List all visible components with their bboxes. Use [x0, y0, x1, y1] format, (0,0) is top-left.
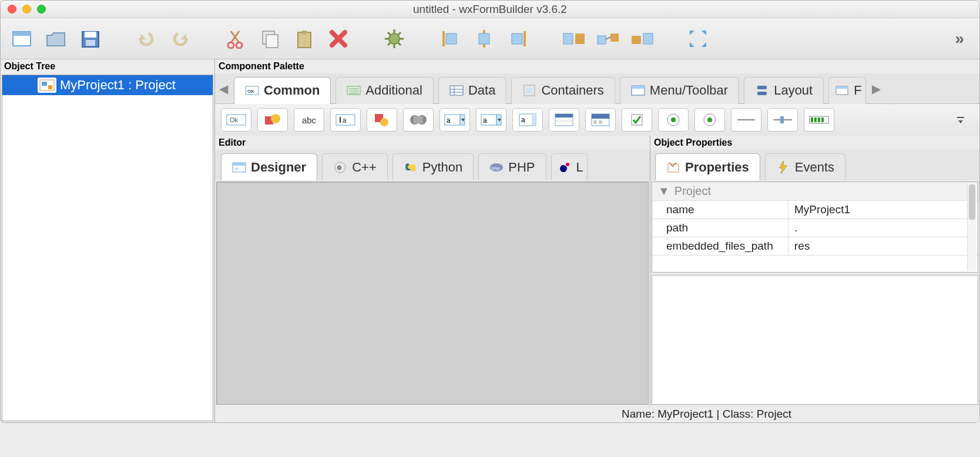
props-tabstrip: Properties Events — [650, 150, 979, 180]
svg-rect-73 — [532, 114, 536, 126]
palette-tab-common[interactable]: OK Common — [234, 77, 331, 104]
tab-label: Python — [422, 160, 463, 175]
palette-item-gauge[interactable] — [804, 108, 834, 132]
generate-code-button[interactable] — [380, 24, 409, 53]
svg-rect-75 — [555, 114, 573, 117]
palette-item-slider[interactable] — [767, 108, 798, 132]
tab-label: Designer — [251, 160, 306, 175]
palette-item-toolbar[interactable] — [585, 108, 616, 132]
palette-tab-containers[interactable]: Containers — [511, 77, 615, 104]
save-button[interactable] — [76, 24, 105, 53]
svg-rect-97 — [234, 167, 239, 170]
svg-line-19 — [388, 43, 390, 45]
new-file-button[interactable] — [8, 24, 37, 53]
palette-item-radiobox[interactable] — [658, 108, 689, 132]
palette-item-bitmap[interactable] — [367, 108, 397, 132]
svg-point-56 — [271, 114, 280, 123]
properties-scrollbar[interactable] — [967, 183, 976, 271]
palette-item-staticline[interactable] — [731, 108, 761, 132]
editor-tab-python[interactable]: Python — [392, 153, 474, 180]
tab-common-icon: OK — [245, 84, 259, 97]
property-value[interactable]: res — [788, 237, 978, 255]
svg-rect-64 — [414, 116, 423, 123]
palette-item-button[interactable]: Ok — [221, 108, 251, 132]
property-value[interactable]: MyProject1 — [788, 201, 978, 219]
svg-rect-26 — [563, 33, 573, 44]
palette-scroll-right[interactable]: ▶ — [868, 73, 885, 104]
python-icon — [404, 161, 418, 174]
svg-rect-29 — [610, 33, 619, 42]
window-minimize-button[interactable] — [22, 5, 31, 14]
tab-forms-icon — [835, 84, 849, 97]
palette-tab-additional[interactable]: Additional — [335, 77, 434, 104]
object-tree[interactable]: MyProject1 : Project — [2, 75, 213, 421]
palette-tab-layout[interactable]: Layout — [744, 77, 824, 104]
svg-rect-4 — [86, 40, 95, 46]
align-right-button[interactable] — [504, 24, 533, 53]
paste-button[interactable] — [290, 24, 319, 53]
property-group-project[interactable]: ▼ Project — [652, 182, 978, 201]
window-maximize-button[interactable] — [37, 5, 46, 14]
props-tab-properties[interactable]: Properties — [655, 153, 760, 180]
svg-rect-25 — [512, 33, 522, 44]
tab-label: Events — [795, 160, 834, 175]
svg-point-61 — [380, 118, 388, 126]
delete-button[interactable] — [324, 24, 353, 53]
expand-button[interactable] — [683, 24, 713, 53]
editor-tab-lua[interactable]: L — [551, 153, 588, 180]
svg-rect-41 — [450, 86, 463, 95]
stretch-v-button[interactable] — [627, 24, 657, 53]
property-row[interactable]: name MyProject1 — [652, 201, 978, 219]
palette-item-listbox[interactable]: a — [512, 108, 543, 132]
palette-tab-forms[interactable]: F — [828, 77, 865, 104]
tab-label: Layout — [774, 83, 813, 98]
palette-item-bitmapbutton[interactable] — [257, 108, 288, 132]
palette-item-radiobutton[interactable] — [694, 108, 725, 132]
palette-item-choice[interactable]: a — [476, 108, 506, 132]
palette-item-statictext[interactable]: abc — [294, 108, 324, 132]
window-close-button[interactable] — [8, 5, 16, 14]
object-tree-panel: Object Tree MyProject1 : Project — [1, 59, 215, 422]
align-left-button[interactable] — [435, 24, 465, 53]
toolbar-overflow-button[interactable]: » — [947, 25, 972, 53]
palette-item-listctrl[interactable] — [549, 108, 579, 132]
palette-tab-data[interactable]: Data — [438, 77, 506, 104]
palette-item-combobox[interactable]: a — [439, 108, 470, 132]
property-row[interactable]: path . — [652, 219, 978, 237]
palette-item-checkbox[interactable] — [622, 108, 652, 132]
property-key: name — [652, 201, 788, 219]
svg-line-17 — [398, 43, 401, 45]
svg-rect-91 — [814, 117, 817, 122]
undo-button[interactable] — [132, 24, 161, 53]
stretch-h-button[interactable] — [559, 24, 589, 53]
palette-item-animation[interactable] — [403, 108, 434, 132]
stretch-swap-button[interactable] — [593, 24, 623, 53]
property-row[interactable]: embedded_files_path res — [652, 237, 978, 256]
svg-text:php: php — [492, 166, 500, 171]
open-file-button[interactable] — [42, 24, 71, 53]
tree-item-project[interactable]: MyProject1 : Project — [2, 75, 213, 95]
editor-tab-php[interactable]: php PHP — [478, 153, 546, 180]
editor-label: Editor — [215, 136, 650, 150]
editor-tab-designer[interactable]: Designer — [221, 153, 317, 180]
titlebar: untitled - wxFormBuilder v3.6.2 — [1, 1, 979, 18]
tab-label: Menu/Toolbar — [650, 83, 728, 98]
palette-tab-menu-toolbar[interactable]: Menu/Toolbar — [620, 77, 739, 104]
property-value[interactable]: . — [788, 219, 978, 237]
svg-text:OK: OK — [247, 89, 254, 94]
align-center-button[interactable] — [469, 24, 499, 53]
editor-tab-cpp[interactable]: ⚙ C++ — [322, 153, 388, 180]
cut-button[interactable] — [221, 24, 251, 53]
palette-item-textctrl[interactable]: a — [330, 108, 361, 132]
designer-canvas[interactable] — [216, 182, 649, 405]
svg-rect-21 — [446, 33, 457, 44]
php-icon: php — [489, 161, 504, 174]
properties-grid[interactable]: ▼ Project name MyProject1 path . embed — [652, 182, 978, 273]
copy-button[interactable] — [256, 24, 285, 53]
palette-overflow[interactable] — [956, 115, 974, 125]
redo-button[interactable] — [166, 24, 195, 53]
svg-rect-20 — [442, 31, 445, 46]
palette-scroll-left[interactable]: ◀ — [215, 73, 231, 104]
svg-text:a: a — [447, 116, 451, 125]
props-tab-events[interactable]: Events — [765, 153, 845, 180]
